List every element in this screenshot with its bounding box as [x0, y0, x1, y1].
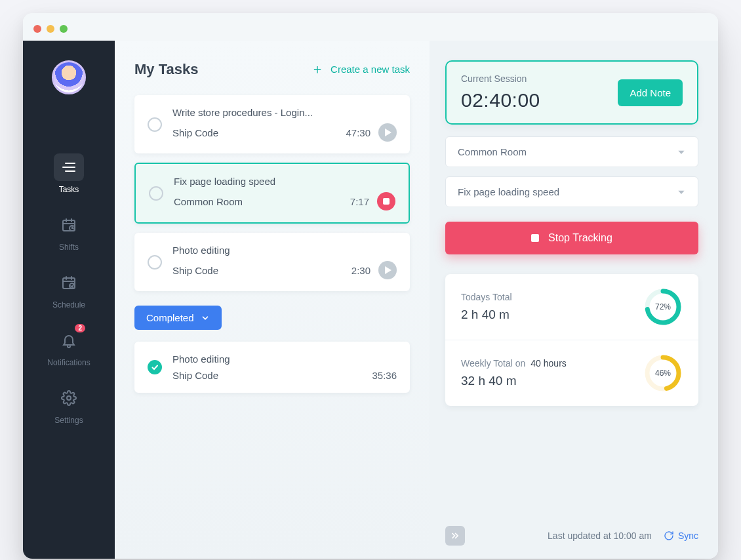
- totals-card: Todays Total 2 h 40 m 72% Week: [445, 274, 698, 406]
- chevron-right-double-icon: [451, 531, 460, 540]
- task-body: Write store procedures - Login... Ship C…: [172, 107, 397, 142]
- stop-tracking-button[interactable]: Stop Tracking: [445, 222, 698, 254]
- sync-label: Sync: [678, 530, 698, 541]
- session-panel: Current Session 02:40:00 Add Note Common…: [430, 41, 718, 559]
- sidebar-item-notifications[interactable]: 2 Notifications: [43, 321, 95, 372]
- shifts-icon: [54, 211, 84, 239]
- tasks-panel: My Tasks ＋ Create a new task Write store…: [115, 41, 430, 559]
- play-icon: [384, 129, 391, 136]
- avatar[interactable]: [52, 60, 86, 94]
- app-window: Tasks Shifts: [23, 13, 718, 559]
- chevron-down-icon: [677, 188, 686, 197]
- app-body: Tasks Shifts: [23, 41, 718, 559]
- task-card[interactable]: Photo editing Ship Code 2:30: [134, 233, 410, 291]
- weekly-progress-ring: 46%: [643, 353, 683, 393]
- expand-button[interactable]: [445, 526, 465, 546]
- play-button[interactable]: [378, 123, 397, 142]
- titlebar: [23, 17, 718, 41]
- task-card-active[interactable]: Fix page loading speed Common Room 7:17: [134, 163, 410, 224]
- svg-marker-15: [385, 266, 391, 274]
- today-total-row: Todays Total 2 h 40 m 72%: [445, 274, 698, 340]
- sidebar-item-label: Schedule: [52, 300, 85, 310]
- today-total-value: 2 h 40 m: [461, 308, 512, 322]
- task-select-value: Fix page loading speed: [458, 186, 559, 197]
- today-total-label: Todays Total: [461, 292, 512, 302]
- sidebar-item-label: Tasks: [59, 185, 79, 194]
- task-project: Ship Code: [172, 370, 218, 381]
- sidebar-item-schedule[interactable]: Schedule: [43, 264, 95, 315]
- task-time: 7:17: [350, 196, 369, 207]
- task-name: Photo editing: [172, 353, 397, 365]
- task-radio-done[interactable]: [148, 360, 162, 374]
- project-select-value: Common Room: [458, 146, 527, 157]
- current-session-box: Current Session 02:40:00 Add Note: [445, 60, 698, 125]
- task-select[interactable]: Fix page loading speed: [445, 176, 698, 207]
- task-body: Photo editing Ship Code 2:30: [172, 245, 397, 279]
- task-card-completed[interactable]: Photo editing Ship Code 35:36: [134, 342, 410, 393]
- svg-point-13: [67, 396, 71, 400]
- plus-icon: ＋: [311, 60, 324, 78]
- notification-badge: 2: [75, 324, 85, 332]
- today-progress-percent: 72%: [643, 287, 683, 327]
- stop-icon: [383, 198, 390, 205]
- play-button[interactable]: [378, 261, 397, 279]
- add-note-button[interactable]: Add Note: [618, 79, 683, 106]
- create-task-label: Create a new task: [330, 64, 410, 75]
- tasks-icon: [54, 153, 84, 181]
- task-time: 47:30: [346, 127, 370, 138]
- sidebar-item-settings[interactable]: Settings: [43, 379, 95, 430]
- tasks-header: My Tasks ＋ Create a new task: [134, 60, 410, 78]
- sidebar-item-label: Shifts: [59, 243, 79, 252]
- sidebar: Tasks Shifts: [23, 41, 115, 559]
- svg-marker-16: [678, 150, 684, 153]
- schedule-icon: [54, 269, 84, 296]
- project-select[interactable]: Common Room: [445, 136, 698, 167]
- weekly-total-label: Weekly Total on40 hours: [461, 358, 567, 369]
- sidebar-item-label: Settings: [54, 416, 83, 425]
- session-label: Current Session: [461, 73, 540, 84]
- task-card[interactable]: Write store procedures - Login... Ship C…: [134, 95, 410, 153]
- weekly-total-row: Weekly Total on40 hours 32 h 40 m 46%: [445, 340, 698, 406]
- task-project: Ship Code: [172, 265, 218, 276]
- create-task-button[interactable]: ＋ Create a new task: [311, 60, 410, 78]
- task-body: Photo editing Ship Code 35:36: [172, 353, 397, 381]
- play-icon: [384, 266, 391, 274]
- completed-toggle[interactable]: Completed: [134, 306, 222, 330]
- task-name: Fix page loading speed: [174, 176, 395, 187]
- sidebar-item-tasks[interactable]: Tasks: [43, 148, 95, 199]
- sidebar-item-label: Notifications: [47, 358, 90, 367]
- task-radio[interactable]: [148, 255, 162, 270]
- window-controls: [33, 25, 68, 33]
- session-time: 02:40:00: [461, 89, 540, 111]
- svg-marker-14: [385, 129, 391, 136]
- sidebar-item-shifts[interactable]: Shifts: [43, 206, 95, 257]
- svg-marker-17: [678, 190, 684, 193]
- minimize-window-button[interactable]: [47, 25, 54, 33]
- task-time: 2:30: [351, 265, 370, 276]
- task-body: Fix page loading speed Common Room 7:17: [174, 176, 395, 210]
- maximize-window-button[interactable]: [60, 25, 68, 33]
- weekly-total-value: 32 h 40 m: [461, 374, 567, 388]
- page-title: My Tasks: [134, 61, 198, 78]
- task-project: Common Room: [174, 196, 243, 207]
- gear-icon: [54, 384, 84, 412]
- task-radio[interactable]: [149, 186, 163, 201]
- task-name: Write store procedures - Login...: [172, 107, 397, 118]
- task-name: Photo editing: [172, 245, 397, 256]
- stop-button[interactable]: [377, 192, 395, 210]
- completed-label: Completed: [146, 312, 194, 323]
- last-updated-text: Last updated at 10:00 am: [548, 530, 652, 541]
- chevron-down-icon: [201, 313, 210, 323]
- panel-footer: Last updated at 10:00 am Sync: [445, 514, 698, 546]
- task-time: 35:36: [372, 370, 397, 381]
- bell-icon: 2: [54, 327, 84, 354]
- check-icon: [151, 363, 159, 371]
- task-project: Ship Code: [172, 127, 218, 138]
- task-radio[interactable]: [148, 117, 162, 132]
- today-progress-ring: 72%: [643, 287, 683, 327]
- stop-icon: [531, 234, 539, 242]
- weekly-progress-percent: 46%: [643, 353, 683, 393]
- sync-button[interactable]: Sync: [664, 530, 698, 541]
- chevron-down-icon: [677, 148, 686, 157]
- close-window-button[interactable]: [33, 25, 41, 33]
